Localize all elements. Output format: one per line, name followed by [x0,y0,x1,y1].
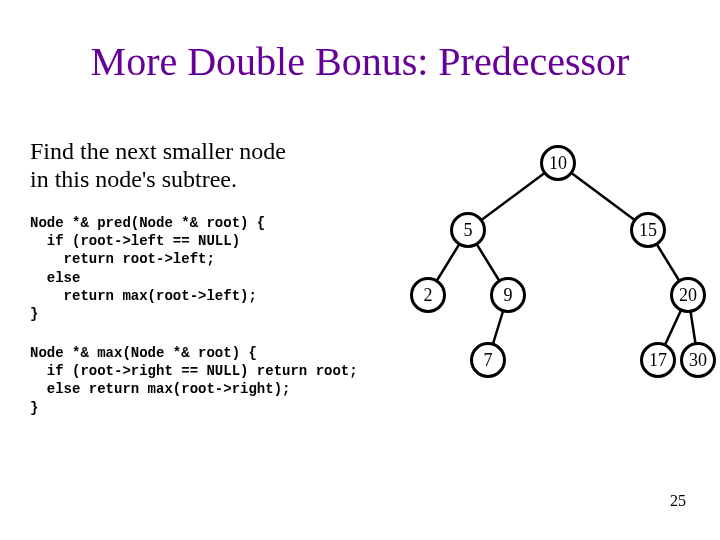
subtitle: Find the next smaller node in this node'… [30,138,286,193]
tree-node-15: 15 [630,212,666,248]
code-block-pred: Node *& pred(Node *& root) { if (root->l… [30,214,265,323]
tree-node-7: 7 [470,342,506,378]
tree-diagram: 10 5 15 2 9 20 7 17 30 [395,130,715,430]
tree-node-2: 2 [410,277,446,313]
tree-node-30: 30 [680,342,716,378]
code-block-max: Node *& max(Node *& root) { if (root->ri… [30,344,358,417]
slide-title: More Double Bonus: Predecessor [0,38,720,85]
slide-number: 25 [670,492,686,510]
tree-node-17: 17 [640,342,676,378]
tree-node-5: 5 [450,212,486,248]
tree-node-9: 9 [490,277,526,313]
tree-node-10: 10 [540,145,576,181]
tree-node-20: 20 [670,277,706,313]
subtitle-line-2: in this node's subtree. [30,166,286,194]
subtitle-line-1: Find the next smaller node [30,138,286,166]
